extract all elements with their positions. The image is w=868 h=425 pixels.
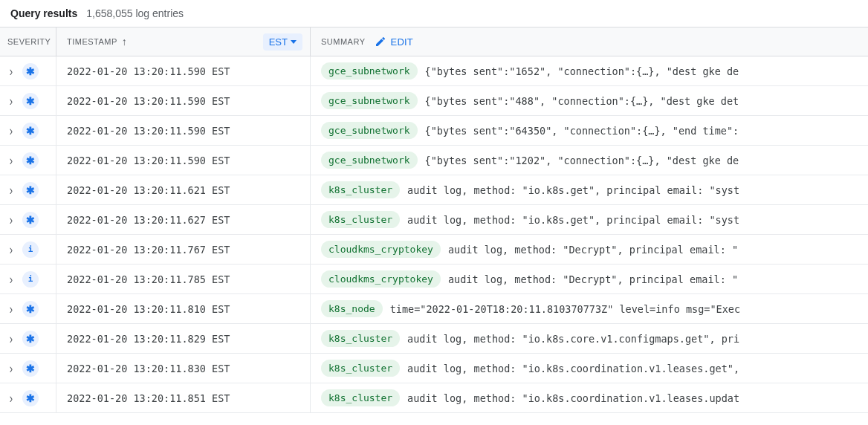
summary-cell: k8s_clusteraudit_log, method: "io.k8s.ge… xyxy=(311,211,868,228)
summary-label: SUMMARY xyxy=(321,37,366,46)
summary-cell: k8s_clusteraudit_log, method: "io.k8s.ge… xyxy=(311,181,868,198)
timezone-selector[interactable]: EST xyxy=(263,33,302,51)
edit-summary-button[interactable]: EDIT xyxy=(375,36,413,48)
summary-text: audit_log, method: "io.k8s.coordination.… xyxy=(407,392,739,404)
resource-type-chip[interactable]: cloudkms_cryptokey xyxy=(321,241,441,258)
column-header-timestamp[interactable]: TIMESTAMP ↑ EST xyxy=(56,27,311,56)
severity-default-icon[interactable] xyxy=(22,390,39,406)
log-row[interactable]: ›2022-01-20 13:20:11.767 ESTcloudkms_cry… xyxy=(0,235,868,265)
expand-row-icon[interactable]: › xyxy=(4,360,18,376)
pencil-icon xyxy=(375,36,386,48)
resource-type-chip[interactable]: k8s_cluster xyxy=(321,211,400,228)
log-row[interactable]: ›2022-01-20 13:20:11.830 ESTk8s_clustera… xyxy=(0,354,868,383)
expand-row-icon[interactable]: › xyxy=(4,390,18,406)
expand-row-icon[interactable]: › xyxy=(4,212,18,227)
results-header: Query results 1,658,055 log entries xyxy=(0,0,868,27)
summary-cell: gce_subnetwork{"bytes_sent":"1652", "con… xyxy=(311,62,868,80)
log-row[interactable]: ›2022-01-20 13:20:11.590 ESTgce_subnetwo… xyxy=(0,56,868,86)
timestamp-cell: 2022-01-20 13:20:11.590 EST xyxy=(56,146,311,175)
summary-cell: cloudkms_cryptokeyaudit_log, method: "De… xyxy=(311,270,868,288)
summary-cell: k8s_clusteraudit_log, method: "io.k8s.co… xyxy=(311,389,868,406)
severity-default-icon[interactable] xyxy=(22,331,39,347)
expand-row-icon[interactable]: › xyxy=(4,63,18,79)
severity-cell: › xyxy=(0,383,56,412)
summary-cell: gce_subnetwork{"bytes_sent":"1202", "con… xyxy=(311,152,868,169)
severity-default-icon[interactable] xyxy=(22,360,39,377)
column-header-summary: SUMMARY EDIT xyxy=(311,27,868,56)
resource-type-chip[interactable]: k8s_cluster xyxy=(321,360,400,377)
timestamp-cell: 2022-01-20 13:20:11.627 EST xyxy=(56,205,311,234)
expand-row-icon[interactable]: › xyxy=(4,123,18,138)
severity-cell: › xyxy=(0,175,56,204)
summary-text: {"bytes_sent":"488", "connection":{…}, "… xyxy=(425,95,739,107)
timestamp-cell: 2022-01-20 13:20:11.590 EST xyxy=(56,56,311,85)
severity-cell: › xyxy=(0,265,56,293)
expand-row-icon[interactable]: › xyxy=(4,93,18,108)
summary-text: time="2022-01-20T18:20:11.810370773Z" le… xyxy=(390,303,740,315)
log-row[interactable]: ›2022-01-20 13:20:11.627 ESTk8s_clustera… xyxy=(0,205,868,235)
results-title: Query results xyxy=(10,7,77,19)
resource-type-chip[interactable]: k8s_cluster xyxy=(321,181,400,198)
expand-row-icon[interactable]: › xyxy=(4,182,18,198)
timestamp-cell: 2022-01-20 13:20:11.590 EST xyxy=(56,86,311,115)
log-row[interactable]: ›2022-01-20 13:20:11.810 ESTk8s_nodetime… xyxy=(0,294,868,324)
column-header-severity[interactable]: SEVERITY xyxy=(0,27,56,56)
resource-type-chip[interactable]: cloudkms_cryptokey xyxy=(321,270,441,288)
summary-text: audit_log, method: "Decrypt", principal_… xyxy=(448,244,738,256)
log-row[interactable]: ›2022-01-20 13:20:11.590 ESTgce_subnetwo… xyxy=(0,146,868,175)
timestamp-cell: 2022-01-20 13:20:11.590 EST xyxy=(56,116,311,145)
severity-default-icon[interactable] xyxy=(22,123,39,139)
log-row[interactable]: ›2022-01-20 13:20:11.590 ESTgce_subnetwo… xyxy=(0,116,868,146)
resource-type-chip[interactable]: k8s_node xyxy=(321,300,383,317)
timestamp-cell: 2022-01-20 13:20:11.810 EST xyxy=(56,294,311,323)
table-header-row: SEVERITY TIMESTAMP ↑ EST SUMMARY EDIT xyxy=(0,27,868,56)
summary-cell: gce_subnetwork{"bytes_sent":"64350", "co… xyxy=(311,122,868,139)
results-count: 1,658,055 log entries xyxy=(86,7,184,19)
severity-cell: › xyxy=(0,205,56,234)
severity-default-icon[interactable] xyxy=(22,93,39,109)
timestamp-cell: 2022-01-20 13:20:11.851 EST xyxy=(56,383,311,412)
timestamp-label: TIMESTAMP xyxy=(67,37,117,46)
timestamp-cell: 2022-01-20 13:20:11.785 EST xyxy=(56,265,311,293)
timezone-label: EST xyxy=(269,36,288,48)
summary-text: audit_log, method: "io.k8s.coordination.… xyxy=(407,363,739,374)
log-row[interactable]: ›2022-01-20 13:20:11.621 ESTk8s_clustera… xyxy=(0,175,868,205)
expand-row-icon[interactable]: › xyxy=(4,271,18,287)
summary-text: audit_log, method: "io.k8s.get", princip… xyxy=(407,184,739,196)
severity-cell: › xyxy=(0,56,56,85)
caret-down-icon xyxy=(291,40,297,44)
summary-text: audit_log, method: "io.k8s.core.v1.confi… xyxy=(407,333,739,345)
severity-cell: › xyxy=(0,116,56,145)
severity-default-icon[interactable] xyxy=(22,182,39,198)
resource-type-chip[interactable]: gce_subnetwork xyxy=(321,92,418,109)
severity-cell: › xyxy=(0,294,56,323)
summary-cell: k8s_clusteraudit_log, method: "io.k8s.co… xyxy=(311,360,868,377)
timestamp-cell: 2022-01-20 13:20:11.767 EST xyxy=(56,235,311,264)
expand-row-icon[interactable]: › xyxy=(4,152,18,168)
summary-text: {"bytes_sent":"1202", "connection":{…}, … xyxy=(425,155,739,166)
severity-default-icon[interactable] xyxy=(22,152,39,169)
expand-row-icon[interactable]: › xyxy=(4,241,18,257)
severity-cell: › xyxy=(0,146,56,175)
log-row[interactable]: ›2022-01-20 13:20:11.829 ESTk8s_clustera… xyxy=(0,324,868,354)
log-row[interactable]: ›2022-01-20 13:20:11.851 ESTk8s_clustera… xyxy=(0,383,868,413)
resource-type-chip[interactable]: gce_subnetwork xyxy=(321,152,418,169)
sort-ascending-icon: ↑ xyxy=(122,36,128,48)
resource-type-chip[interactable]: gce_subnetwork xyxy=(321,62,418,80)
severity-default-icon[interactable] xyxy=(22,301,39,317)
resource-type-chip[interactable]: gce_subnetwork xyxy=(321,122,418,139)
severity-info-icon[interactable] xyxy=(22,241,39,258)
severity-cell: › xyxy=(0,235,56,264)
severity-default-icon[interactable] xyxy=(22,63,39,80)
summary-cell: k8s_nodetime="2022-01-20T18:20:11.810370… xyxy=(311,300,868,317)
resource-type-chip[interactable]: k8s_cluster xyxy=(321,389,400,406)
expand-row-icon[interactable]: › xyxy=(4,331,18,346)
timestamp-cell: 2022-01-20 13:20:11.621 EST xyxy=(56,175,311,204)
resource-type-chip[interactable]: k8s_cluster xyxy=(321,330,400,347)
severity-default-icon[interactable] xyxy=(22,212,39,228)
severity-info-icon[interactable] xyxy=(22,271,39,288)
severity-cell: › xyxy=(0,354,56,383)
expand-row-icon[interactable]: › xyxy=(4,301,18,317)
log-row[interactable]: ›2022-01-20 13:20:11.785 ESTcloudkms_cry… xyxy=(0,265,868,294)
log-row[interactable]: ›2022-01-20 13:20:11.590 ESTgce_subnetwo… xyxy=(0,86,868,116)
